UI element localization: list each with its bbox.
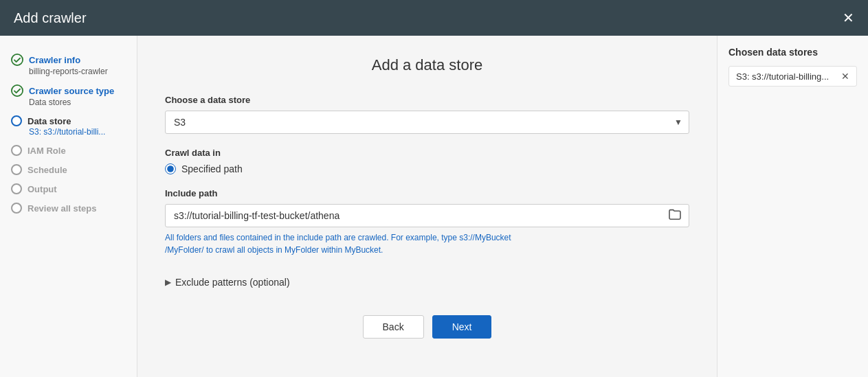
choose-data-store-group: Choose a data store S3 JDBC DynamoDB Mon… xyxy=(165,95,689,134)
page-title: Add a data store xyxy=(165,56,689,74)
circle-icon-data-store xyxy=(11,115,22,126)
sidebar: Crawler info billing-reports-crawler Cra… xyxy=(0,36,137,377)
include-path-help-text: All folders and files contained in the i… xyxy=(165,231,689,256)
sidebar-item-data-store[interactable]: Data store S3: s3://tutorial-billi... xyxy=(0,111,137,141)
circle-icon-review-all-steps xyxy=(11,203,22,214)
sidebar-label-output: Output xyxy=(27,184,57,194)
exclude-patterns-group: ▶ Exclude patterns (optional) xyxy=(165,270,689,295)
include-path-label: Include path xyxy=(165,188,689,198)
sidebar-item-output: Output xyxy=(0,179,137,198)
main-content: Add a data store Choose a data store S3 … xyxy=(137,36,717,377)
sidebar-label-schedule: Schedule xyxy=(27,165,67,175)
remove-chosen-item-button[interactable]: ✕ xyxy=(841,71,849,82)
chosen-item-label: S3: s3://tutorial-billing... xyxy=(736,71,829,82)
chosen-data-stores-title: Chosen data stores xyxy=(728,47,857,58)
svg-point-1 xyxy=(12,85,23,96)
sidebar-item-iam-role: IAM Role xyxy=(0,141,137,160)
sidebar-sublabel-data-store: S3: s3://tutorial-billi... xyxy=(29,127,126,137)
circle-icon-schedule xyxy=(11,164,22,175)
radio-label-specified-path: Specified path xyxy=(181,163,243,174)
sidebar-item-schedule: Schedule xyxy=(0,160,137,179)
check-icon-crawler-info xyxy=(11,54,23,66)
include-path-group: Include path All folders and files conta… xyxy=(165,188,689,256)
modal-header: Add crawler ✕ xyxy=(0,0,868,36)
exclude-patterns-accordion[interactable]: ▶ Exclude patterns (optional) xyxy=(165,270,689,295)
sidebar-label-crawler-info: Crawler info xyxy=(29,55,80,65)
include-path-input[interactable] xyxy=(166,205,661,227)
sidebar-item-crawler-info[interactable]: Crawler info billing-reports-crawler xyxy=(0,49,137,80)
modal-title: Add crawler xyxy=(14,10,87,26)
data-store-select[interactable]: S3 JDBC DynamoDB MongoDB xyxy=(165,111,689,134)
exclude-patterns-label: Exclude patterns (optional) xyxy=(175,277,290,288)
check-icon-crawler-source-type xyxy=(11,84,23,97)
sidebar-label-data-store: Data store xyxy=(27,116,71,126)
browse-folder-button[interactable] xyxy=(661,205,689,227)
sidebar-item-crawler-source-type[interactable]: Crawler source type Data stores xyxy=(0,80,137,111)
sidebar-item-review-all-steps: Review all steps xyxy=(0,198,137,218)
circle-icon-output xyxy=(11,183,22,194)
circle-icon-iam-role xyxy=(11,145,22,156)
sidebar-sublabel-crawler-info: billing-reports-crawler xyxy=(29,67,126,76)
crawl-data-in-label: Crawl data in xyxy=(165,148,689,158)
svg-point-0 xyxy=(12,54,23,65)
modal-close-button[interactable]: ✕ xyxy=(843,11,854,25)
sidebar-label-iam-role: IAM Role xyxy=(27,146,66,156)
right-panel: Chosen data stores S3: s3://tutorial-bil… xyxy=(717,36,868,377)
back-button[interactable]: Back xyxy=(363,315,424,339)
radio-option-specified-path[interactable]: Specified path xyxy=(165,163,689,174)
data-store-select-wrapper: S3 JDBC DynamoDB MongoDB ▼ xyxy=(165,111,689,134)
next-button[interactable]: Next xyxy=(432,315,492,339)
choose-data-store-label: Choose a data store xyxy=(165,95,689,105)
crawl-radio-group: Specified path xyxy=(165,163,689,174)
chosen-data-store-item: S3: s3://tutorial-billing... ✕ xyxy=(728,66,857,87)
sidebar-sublabel-crawler-source-type: Data stores xyxy=(29,98,126,107)
sidebar-label-crawler-source-type: Crawler source type xyxy=(29,86,114,96)
button-row: Back Next xyxy=(165,315,689,339)
radio-specified-path[interactable] xyxy=(165,163,176,174)
include-path-input-wrapper xyxy=(165,204,689,227)
crawl-data-in-group: Crawl data in Specified path xyxy=(165,148,689,174)
sidebar-label-review-all-steps: Review all steps xyxy=(27,203,96,214)
accordion-arrow-icon: ▶ xyxy=(165,277,171,287)
